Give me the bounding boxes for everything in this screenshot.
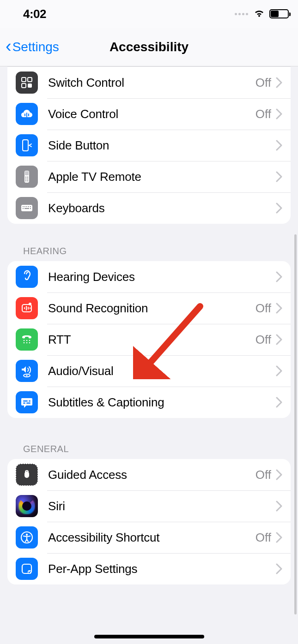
chevron-right-icon <box>276 334 282 345</box>
content-scroll[interactable]: Switch Control Off Voice Control Off Sid… <box>0 66 298 644</box>
chevron-left-icon: ‹ <box>6 37 12 55</box>
row-audio-visual[interactable]: Audio/Visual <box>7 355 291 387</box>
chevron-right-icon <box>276 77 282 88</box>
scroll-indicator <box>294 234 297 614</box>
battery-icon <box>269 9 289 18</box>
row-side-button[interactable]: Side Button <box>7 130 291 161</box>
sound-recognition-icon <box>16 297 38 319</box>
back-label: Settings <box>12 40 59 54</box>
svg-point-36 <box>26 342 28 344</box>
row-value: Off <box>255 468 271 482</box>
chevron-right-icon <box>276 108 282 119</box>
back-button[interactable]: ‹ Settings <box>6 39 59 55</box>
row-label: Guided Access <box>48 468 255 482</box>
svg-rect-24 <box>24 208 29 209</box>
wifi-icon <box>253 8 266 19</box>
chevron-right-icon <box>276 365 282 376</box>
chevron-right-icon <box>276 140 282 151</box>
chevron-right-icon <box>276 501 282 512</box>
row-siri[interactable]: Siri <box>7 490 291 522</box>
row-switch-control[interactable]: Switch Control Off <box>7 67 291 98</box>
row-label: Keyboards <box>48 201 271 215</box>
per-app-settings-icon <box>16 558 38 580</box>
svg-point-13 <box>25 179 27 180</box>
ear-icon <box>16 266 38 288</box>
switch-control-icon <box>16 72 38 94</box>
svg-rect-25 <box>30 208 31 209</box>
keyboard-icon <box>16 197 38 219</box>
chevron-right-icon <box>276 171 282 182</box>
svg-rect-40 <box>23 400 28 402</box>
svg-rect-43 <box>26 403 30 404</box>
side-button-icon <box>16 134 38 156</box>
guided-access-icon <box>16 464 38 486</box>
row-label: RTT <box>48 333 255 347</box>
row-label: Switch Control <box>48 76 255 90</box>
row-keyboards[interactable]: Keyboards <box>7 192 291 224</box>
row-label: Sound Recognition <box>48 301 255 316</box>
svg-point-37 <box>29 342 30 344</box>
row-value: Off <box>255 333 271 347</box>
section-header-hearing: HEARING <box>23 246 291 256</box>
svg-rect-41 <box>29 400 30 402</box>
svg-point-27 <box>29 303 31 305</box>
status-indicators <box>235 8 289 19</box>
svg-point-14 <box>27 179 29 180</box>
row-value: Off <box>255 301 271 316</box>
accessibility-person-icon <box>16 526 38 549</box>
status-bar: 4:02 <box>0 0 298 28</box>
svg-rect-3 <box>28 83 32 88</box>
svg-rect-19 <box>24 206 25 207</box>
svg-rect-31 <box>30 307 30 309</box>
svg-point-11 <box>25 177 27 178</box>
chevron-right-icon <box>276 469 282 480</box>
svg-rect-21 <box>28 206 29 207</box>
row-accessibility-shortcut[interactable]: Accessibility Shortcut Off <box>7 522 291 553</box>
svg-rect-8 <box>28 143 29 145</box>
row-apple-tv-remote[interactable]: Apple TV Remote <box>7 161 291 192</box>
svg-point-34 <box>29 340 30 341</box>
voice-control-icon <box>16 103 38 125</box>
chevron-right-icon <box>276 271 282 282</box>
svg-rect-20 <box>26 206 27 207</box>
status-time: 4:02 <box>23 7 46 21</box>
row-per-app-settings[interactable]: Per-App Settings <box>7 553 291 584</box>
svg-rect-2 <box>22 83 26 88</box>
siri-icon <box>16 495 38 517</box>
group-general: Guided Access Off Siri Accessibility Sho… <box>7 459 291 584</box>
svg-rect-23 <box>23 208 24 209</box>
svg-rect-5 <box>26 113 27 117</box>
row-label: Audio/Visual <box>48 364 271 378</box>
row-value: Off <box>255 531 271 545</box>
row-rtt[interactable]: RTT Off <box>7 324 291 355</box>
row-value: Off <box>255 76 271 90</box>
home-indicator <box>94 635 204 638</box>
svg-point-12 <box>27 177 29 178</box>
section-header-general: GENERAL <box>23 444 291 454</box>
appletv-remote-icon <box>16 166 38 188</box>
svg-point-39 <box>26 375 28 376</box>
svg-rect-18 <box>23 206 24 207</box>
svg-rect-42 <box>23 403 25 404</box>
svg-rect-7 <box>23 140 28 151</box>
row-label: Per-App Settings <box>48 562 271 576</box>
row-sound-recognition[interactable]: Sound Recognition Off <box>7 292 291 324</box>
svg-rect-30 <box>28 307 29 310</box>
svg-rect-28 <box>24 307 25 309</box>
row-guided-access[interactable]: Guided Access Off <box>7 459 291 490</box>
svg-rect-29 <box>26 306 27 310</box>
row-hearing-devices[interactable]: Hearing Devices <box>7 261 291 292</box>
svg-rect-4 <box>24 113 25 116</box>
svg-point-33 <box>26 340 28 341</box>
audio-visual-icon <box>16 360 38 382</box>
svg-point-32 <box>24 340 25 341</box>
row-label: Siri <box>48 499 271 513</box>
row-subtitles-captioning[interactable]: Subtitles & Captioning <box>7 387 291 418</box>
subtitles-icon <box>16 391 38 413</box>
row-voice-control[interactable]: Voice Control Off <box>7 98 291 130</box>
svg-point-15 <box>25 180 27 182</box>
row-label: Accessibility Shortcut <box>48 531 255 545</box>
group-physical: Switch Control Off Voice Control Off Sid… <box>7 66 291 224</box>
row-label: Hearing Devices <box>48 270 271 284</box>
navigation-bar: ‹ Settings Accessibility <box>0 28 298 66</box>
